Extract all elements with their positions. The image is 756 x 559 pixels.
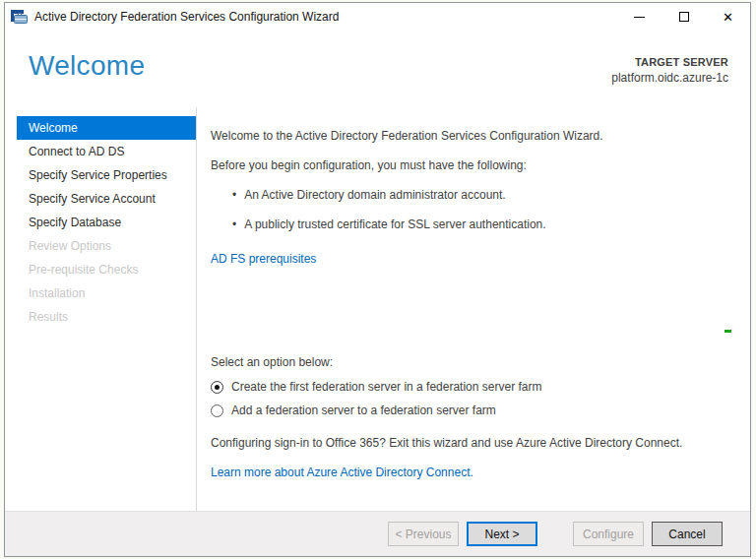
sidebar-item-welcome[interactable]: Welcome <box>17 116 196 140</box>
intro-text: Welcome to the Active Directory Federati… <box>211 129 724 144</box>
radio-label: Add a federation server to a federation … <box>231 404 496 418</box>
requirements-intro-text: Before you begin configuration, you must… <box>211 158 724 173</box>
learn-more-azure-ad-connect-link[interactable]: Learn more about Azure Active Directory … <box>211 466 473 479</box>
close-icon: ✕ <box>723 11 733 24</box>
bullet-item: • A publicly trusted certificate for SSL… <box>211 217 724 232</box>
cancel-button[interactable]: Cancel <box>652 522 723 546</box>
page-title: Welcome <box>29 50 145 82</box>
radio-checked-icon[interactable] <box>211 381 223 394</box>
bullet-text: A publicly trusted certificate for SSL s… <box>244 217 545 232</box>
maximize-button[interactable] <box>662 3 706 31</box>
bullet-icon: • <box>232 188 236 203</box>
sidebar-item-results: Results <box>17 305 196 329</box>
window-controls: ✕ <box>617 3 750 31</box>
sidebar-item-installation: Installation <box>17 281 196 305</box>
radio-label: Create the first federation server in a … <box>231 380 541 395</box>
option-add-federation-server[interactable]: Add a federation server to a federation … <box>211 403 724 418</box>
option-create-first-federation-server[interactable]: Create the first federation server in a … <box>211 379 724 395</box>
wizard-footer: < Previous Next > Configure Cancel <box>5 511 750 556</box>
next-button[interactable]: Next > <box>467 522 537 546</box>
wizard-window: Active Directory Federation Services Con… <box>4 2 751 557</box>
sidebar-item-review-options: Review Options <box>17 234 196 258</box>
sidebar-item-specify-service-properties[interactable]: Specify Service Properties <box>17 163 196 187</box>
wizard-header: Welcome TARGET SERVER platform.oidc.azur… <box>5 31 750 107</box>
previous-button: < Previous <box>388 522 459 546</box>
target-server-value: platform.oidc.azure-1c <box>611 71 728 85</box>
bullet-icon: • <box>232 217 236 232</box>
wizard-main: Welcome Connect to AD DS Specify Service… <box>5 107 750 511</box>
wizard-steps-sidebar: Welcome Connect to AD DS Specify Service… <box>5 107 197 511</box>
radio-unchecked-icon[interactable] <box>211 404 223 417</box>
window-title: Active Directory Federation Services Con… <box>34 10 339 24</box>
target-server-label: TARGET SERVER <box>611 56 728 68</box>
server-manager-icon <box>11 9 29 25</box>
wizard-content: Welcome to the Active Directory Federati… <box>197 107 750 511</box>
office365-note: Configuring sign-in to Office 365? Exit … <box>211 436 724 451</box>
target-server-block: TARGET SERVER platform.oidc.azure-1c <box>611 56 728 85</box>
select-option-label: Select an option below: <box>211 355 724 370</box>
sidebar-item-specify-database[interactable]: Specify Database <box>17 211 196 234</box>
titlebar[interactable]: Active Directory Federation Services Con… <box>5 3 750 31</box>
screen-artifact <box>724 330 731 333</box>
bullet-item: • An Active Directory domain administrat… <box>211 188 724 203</box>
maximize-icon <box>679 12 689 22</box>
bullet-text: An Active Directory domain administrator… <box>244 188 505 203</box>
close-button[interactable]: ✕ <box>706 3 750 31</box>
configure-button: Configure <box>573 522 644 546</box>
sidebar-item-specify-service-account[interactable]: Specify Service Account <box>17 187 196 211</box>
sidebar-item-connect-to-ad-ds[interactable]: Connect to AD DS <box>17 140 196 163</box>
sidebar-item-pre-requisite-checks: Pre-requisite Checks <box>17 258 196 281</box>
minimize-button[interactable] <box>617 3 662 31</box>
adfs-prerequisites-link[interactable]: AD FS prerequisites <box>211 252 316 267</box>
minimize-icon <box>634 17 645 18</box>
